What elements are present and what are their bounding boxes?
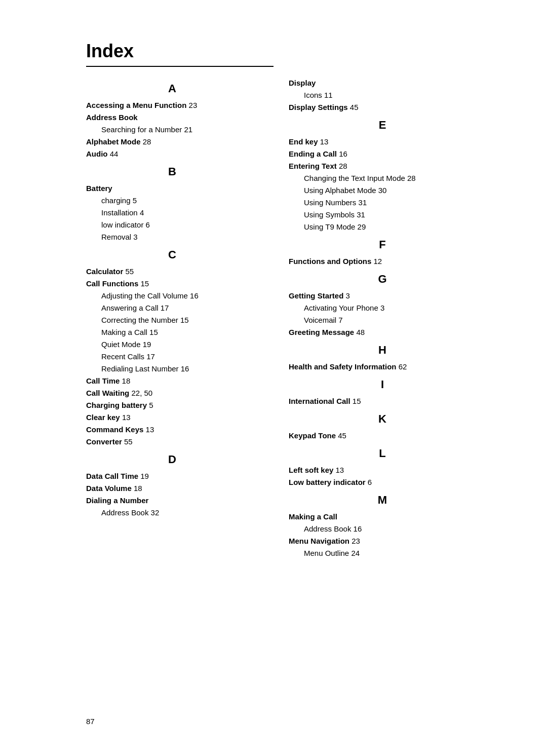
index-entry: Left soft key 13 [289,464,476,476]
index-entry: Adjusting the Call Volume 16 [86,290,258,302]
section-letter-a: A [86,82,258,95]
section-letter-c: C [86,248,258,261]
index-entry: Data Call Time 19 [86,470,258,482]
index-entry: Using Symbols 31 [289,209,476,221]
index-entry: Ending a Call 16 [289,148,476,160]
index-entry: Audio 44 [86,148,258,160]
left-column: AAccessing a Menu Function 23Address Boo… [86,77,258,519]
index-entry: Making a Call [289,511,476,523]
page-number: 87 [86,717,95,726]
index-entry: low indicator 6 [86,219,258,231]
index-entry: Data Volume 18 [86,482,258,495]
index-entry: Correcting the Number 15 [86,314,258,326]
index-entry: Display [289,77,476,89]
index-entry: Low battery indicator 6 [289,476,476,488]
index-entry: Dialing a Number [86,495,258,507]
index-entry: Removal 3 [86,231,258,243]
index-entry: Menu Navigation 23 [289,535,476,547]
section-letter-k: K [289,412,476,426]
index-entry: Functions and Options 12 [289,255,476,268]
index-entry: Searching for a Number 21 [86,124,258,136]
index-entry: Accessing a Menu Function 23 [86,99,258,111]
index-entry: Call Waiting 22, 50 [86,387,258,399]
index-entry: Charging battery 5 [86,399,258,411]
index-entry: Greeting Message 48 [289,326,476,338]
index-entry: Using T9 Mode 29 [289,221,476,233]
section-letter-e: E [289,119,476,132]
index-entry: Display Settings 45 [289,101,476,114]
index-entry: Command Keys 13 [86,424,258,436]
page: Index AAccessing a Menu Function 23Addre… [0,0,547,756]
index-entry: Making a Call 15 [86,326,258,338]
index-entry: Changing the Text Input Mode 28 [289,172,476,184]
index-entry: Converter 55 [86,436,258,448]
title-divider [86,66,274,67]
index-entry: Voicemail 7 [289,314,476,326]
index-entry: Icons 11 [289,89,476,101]
section-letter-g: G [289,273,476,286]
section-letter-d: D [86,453,258,466]
index-entry: Health and Safety Information 62 [289,361,476,373]
index-entry: charging 5 [86,195,258,207]
index-entry: Getting Started 3 [289,290,476,302]
index-entry: Call Time 18 [86,375,258,387]
index-entry: Battery [86,182,258,195]
index-entry: Address Book [86,111,258,124]
index-entry: Clear key 13 [86,411,258,424]
index-entry: Using Numbers 31 [289,197,476,209]
index-entry: Redialing Last Number 16 [86,363,258,375]
index-entry: Installation 4 [86,207,258,219]
section-letter-h: H [289,344,476,357]
index-entry: Answering a Call 17 [86,302,258,314]
index-entry: Activating Your Phone 3 [289,302,476,314]
index-columns: AAccessing a Menu Function 23Address Boo… [86,77,476,559]
index-entry: Call Functions 15 [86,278,258,290]
index-entry: Entering Text 28 [289,160,476,172]
index-entry: Using Alphabet Mode 30 [289,184,476,197]
index-entry: Address Book 16 [289,523,476,535]
index-entry: Quiet Mode 19 [86,338,258,351]
section-letter-m: M [289,494,476,507]
index-entry: Keypad Tone 45 [289,430,476,442]
index-entry: Alphabet Mode 28 [86,136,258,148]
section-letter-f: F [289,238,476,251]
index-entry: International Call 15 [289,395,476,407]
page-title: Index [86,41,476,62]
section-letter-l: L [289,447,476,460]
index-entry: Recent Calls 17 [86,351,258,363]
index-entry: End key 13 [289,136,476,148]
index-entry: Address Book 32 [86,507,258,519]
section-letter-i: I [289,378,476,391]
section-letter-b: B [86,165,258,178]
index-entry: Calculator 55 [86,266,258,278]
index-entry: Menu Outline 24 [289,547,476,559]
right-column: DisplayIcons 11Display Settings 45EEnd k… [289,77,476,559]
